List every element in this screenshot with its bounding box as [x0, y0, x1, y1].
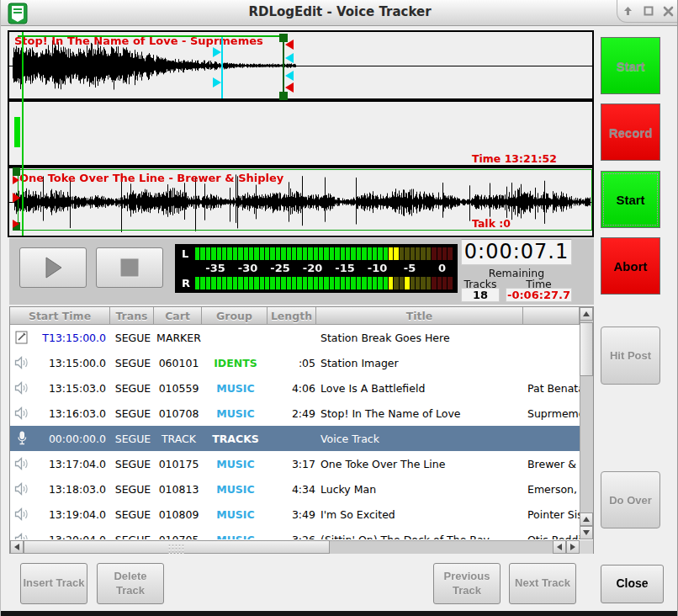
meter-segment [373, 277, 377, 289]
segue-marker-handle[interactable] [285, 71, 294, 81]
note-icon [10, 329, 34, 346]
scroll-up-button[interactable] [580, 307, 593, 321]
log-table: Start TimeTransCartGroupLengthTitle T13:… [9, 306, 594, 554]
do-over-button[interactable]: Do Over [601, 471, 660, 528]
hit-post-button[interactable]: Hit Post [601, 327, 660, 385]
meter-segment [378, 277, 382, 289]
meter-segment [346, 247, 350, 260]
start1-button[interactable]: Start [601, 37, 660, 94]
meter-segment [270, 277, 274, 289]
meter-segment [351, 277, 355, 289]
cell-title: I'm So Excited [317, 508, 524, 521]
meter-segment [292, 277, 296, 289]
segue-marker-handle[interactable] [213, 77, 221, 88]
meter-tick-label: -25 [270, 262, 290, 274]
cell-group: TRACKS [203, 433, 268, 445]
meter-segment [368, 247, 372, 260]
window-controls [617, 0, 678, 23]
cell-start-time: 13:15:00.0 [34, 357, 111, 369]
fade-marker-handle[interactable] [13, 220, 19, 228]
cell-title: Love Is A Battlefield [317, 382, 524, 395]
meter-segment [432, 247, 436, 260]
delete-track-button[interactable]: Delete Track [97, 563, 164, 604]
meter-segment [281, 277, 285, 289]
scroll-left-button2[interactable] [553, 540, 566, 554]
speaker-icon [10, 354, 34, 371]
meter-segment [389, 277, 393, 289]
meter-segment [249, 247, 253, 260]
meter-segment [265, 277, 269, 289]
meter-segment [411, 277, 415, 289]
column-header-blank [523, 307, 580, 325]
cell-start-time: 13:15:03.0 [34, 382, 111, 395]
log-table-row[interactable]: 13:18:03.0SEGUE010813MUSIC4:34Lucky ManE… [10, 476, 580, 502]
meter-segment [303, 277, 307, 289]
end-marker-handle[interactable] [279, 92, 288, 100]
cell-start-time: 13:18:03.0 [34, 483, 111, 496]
scroll-left-button[interactable] [10, 540, 24, 554]
start-marker-handle[interactable] [13, 167, 20, 176]
cell-artist: Pointer Sisters [524, 508, 580, 521]
insert-track-button[interactable]: Insert Track [20, 563, 87, 604]
meter-right-label: R [182, 277, 193, 289]
fade-marker-handle[interactable] [285, 40, 294, 50]
scroll-up-button2[interactable] [580, 512, 593, 526]
meter-segment [351, 247, 355, 260]
time-remaining-value: -0:06:27.7 [506, 288, 572, 302]
record-button[interactable]: Record [601, 104, 660, 161]
fade-marker-handle[interactable] [13, 176, 19, 184]
log-table-row[interactable]: 13:20:04.0SEGUE010705MUSIC3:26(Sittin' O… [10, 527, 580, 539]
stop-button[interactable] [96, 247, 163, 288]
record-level-bar [14, 117, 20, 147]
end-marker-line [283, 35, 284, 100]
close-button[interactable]: Close [601, 565, 664, 603]
start2-button[interactable]: Start [601, 171, 660, 228]
fade-marker-handle[interactable] [13, 193, 20, 203]
log-table-row[interactable]: 13:15:00.0SEGUE060101IDENTS:05Station Im… [10, 350, 580, 375]
cell-trans: SEGUE [111, 357, 155, 369]
horizontal-scrollbar-thumb[interactable] [24, 540, 330, 554]
meter-segment [416, 277, 420, 289]
scroll-down-button[interactable] [580, 526, 593, 539]
abort-button[interactable]: Abort [601, 237, 660, 295]
close-window-icon[interactable] [662, 4, 675, 18]
meter-segment [319, 247, 323, 260]
meter-segment [416, 247, 420, 260]
log-table-row[interactable]: 13:17:04.0SEGUE010175MUSIC3:17One Toke O… [10, 451, 580, 476]
meter-segment [373, 247, 377, 260]
meter-segment [211, 277, 215, 289]
cell-title: Lucky Man [317, 483, 524, 496]
cell-cart: 010559 [155, 382, 203, 395]
fade-marker-handle[interactable] [285, 82, 294, 93]
vertical-scrollbar-thumb[interactable] [580, 322, 593, 376]
log-table-row[interactable]: 13:19:04.0SEGUE010809MUSIC3:49I'm So Exc… [10, 502, 580, 527]
meter-segment [244, 277, 248, 289]
meter-segment [421, 247, 425, 260]
scroll-right-button[interactable] [566, 540, 580, 554]
meter-segment [244, 247, 248, 260]
title-bar[interactable]: RDLogEdit - Voice Tracker [1, 0, 678, 26]
log-table-row[interactable]: 13:15:03.0SEGUE010559MUSIC4:06Love Is A … [10, 375, 580, 401]
cell-title: Voice Track [317, 433, 524, 445]
previous-track-button[interactable]: Previous Track [433, 563, 501, 604]
next-track-button[interactable]: Next Track [509, 563, 576, 604]
speaker-icon [10, 455, 34, 472]
meter-segment [405, 247, 409, 260]
log-table-row[interactable]: T13:15:00.0SEGUEMARKERStation Break Goes… [10, 325, 580, 350]
play-button[interactable] [19, 247, 87, 288]
meter-segment [384, 247, 388, 260]
segue-marker-handle[interactable] [213, 47, 221, 57]
meter-segment [319, 277, 323, 289]
maximize-window-icon[interactable] [642, 4, 655, 18]
microphone-icon [10, 430, 34, 447]
tracks-remaining-value: 18 [461, 288, 500, 302]
log-table-row[interactable]: 00:00:00.0SEGUETRACKTRACKSVoice Track [10, 426, 580, 451]
shade-window-icon[interactable] [622, 4, 635, 18]
meter-tick-label: 0 [438, 262, 446, 274]
log-table-row[interactable]: 13:16:03.0SEGUE010708MUSIC2:49Stop! In T… [10, 401, 580, 426]
segue-marker-handle[interactable] [285, 53, 294, 63]
cell-trans: SEGUE [111, 407, 155, 420]
meter-segment [265, 247, 269, 260]
meter-tick-label: -20 [303, 262, 323, 274]
cell-group: MUSIC [203, 483, 268, 496]
